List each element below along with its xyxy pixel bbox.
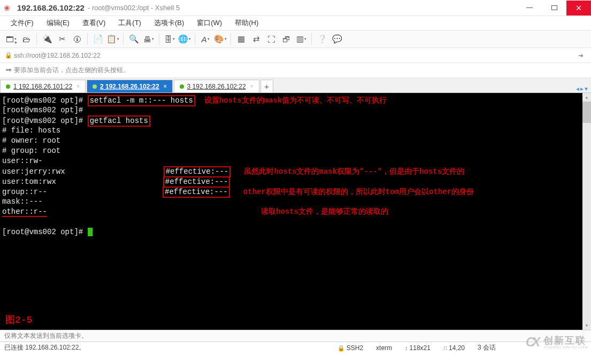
terminal[interactable]: [root@vms002 opt]# setfacl -m m::--- hos… [0, 93, 591, 330]
tab-next-icon[interactable]: ▸ [580, 85, 584, 92]
globe-button[interactable]: 🌐▾ [178, 33, 191, 45]
size-icon: ↕ [405, 345, 408, 351]
status-connection: 已连接 192.168.26.102:22。 [4, 343, 337, 352]
disconnect-button[interactable]: ✂ [55, 33, 69, 45]
terminal-line [2, 217, 591, 227]
toolbar-divider [195, 33, 195, 45]
toolbar-divider [123, 33, 124, 45]
scroll-thumb[interactable] [582, 102, 591, 123]
feedback-button[interactable]: 💬 [330, 33, 344, 45]
add-session-arrow-icon[interactable]: ⮕ [3, 66, 14, 74]
annotation-text: 设置hosts文件的mask值为不可读、不可写、不可执行 [204, 96, 387, 105]
tab-menu-icon[interactable]: ▾ [585, 85, 588, 92]
menu-tab[interactable]: 选项卡(B) [149, 17, 189, 29]
toolbar-divider [311, 33, 312, 45]
session-tab-1[interactable]: 1 192.168.26.101:22 × [0, 80, 86, 92]
hint-text: 要添加当前会话，点击左侧的箭头按钮。 [14, 66, 129, 75]
color-button[interactable]: 🎨▾ [213, 33, 227, 45]
status-ssh: 🔒SSH2 [337, 344, 363, 352]
scrollbar[interactable]: ▴ ▾ [582, 93, 591, 330]
new-session-button[interactable]: 🗔+▾ [4, 33, 18, 45]
sync-button[interactable]: 🗗 [279, 33, 293, 45]
session-tab-3[interactable]: 3 192.168.26.102:22 × [174, 80, 259, 92]
address-text[interactable]: ssh://root@192.168.26.102:22 [14, 52, 101, 59]
effective-box: #effective:--- [164, 166, 231, 177]
terminal-line: [root@vms002 opt]# setfacl -m m::--- hos… [2, 95, 591, 105]
close-tab-icon[interactable]: × [164, 83, 167, 89]
cmd-highlight: setfacl -m m::--- hosts [88, 95, 195, 106]
terminal-line: group::r--#effective:--- other权限中是有可读的权限… [2, 187, 591, 197]
scroll-down-icon[interactable]: ▾ [582, 321, 591, 330]
title-path: - root@vms002:/opt - Xshell 5 [88, 4, 180, 12]
properties-button[interactable]: 🛈 [70, 33, 84, 45]
maximize-button[interactable] [542, 1, 566, 16]
terminal-line: other::r--读取hosts文件，是能够正常的读取的 [2, 207, 591, 217]
copy-button[interactable]: 📄 [91, 33, 105, 45]
menu-view[interactable]: 查看(V) [77, 17, 111, 29]
annotation-text: other权限中是有可读的权限的，所以此时tom用户会以other的身份 [243, 188, 474, 196]
menu-file[interactable]: 文件(F) [5, 17, 39, 29]
terminal-line: mask::--- [2, 197, 591, 207]
tab-label: 3 192.168.26.102:22 [187, 83, 246, 90]
terminal-line: [root@vms002 opt]# [2, 105, 591, 115]
open-button[interactable]: 🗁 [19, 33, 33, 45]
watermark-en: CHUANG XIN HU LIAN [543, 345, 588, 349]
tab-label: 2 192.168.26.102:22 [100, 83, 159, 90]
toolbar-divider [159, 33, 159, 45]
minimize-button[interactable] [517, 1, 542, 16]
menu-bar: 文件(F) 编辑(E) 查看(V) 工具(T) 选项卡(B) 窗口(W) 帮助(… [0, 16, 591, 30]
address-bar: 🔒 ssh://root@192.168.26.102:22 ➜ [0, 48, 591, 63]
terminal-line: # group: root [2, 146, 591, 156]
menu-help[interactable]: 帮助(H) [229, 17, 264, 29]
status-dot-icon [180, 84, 184, 89]
fullscreen-button[interactable]: ⛶ [264, 33, 278, 45]
tab-nav: ◂ ▸ ▾ [573, 85, 591, 92]
watermark-logo-icon: CX [522, 333, 540, 351]
go-button[interactable]: ➜ [574, 52, 588, 59]
watermark-cn: 创新互联 [543, 336, 588, 345]
font-button[interactable]: A▾ [198, 33, 212, 45]
terminal-line: user:tom:rwx#effective:--- [2, 176, 591, 187]
effective-box: #effective:--- [163, 187, 230, 198]
lock-icon: 🔒 [3, 52, 14, 59]
lock-icon: 🔒 [337, 345, 345, 351]
figure-label: 图2-5 [5, 315, 32, 326]
scroll-up-icon[interactable]: ▴ [582, 93, 591, 102]
status-sessions: 3 会话 [478, 343, 496, 352]
watermark: CX 创新互联 CHUANG XIN HU LIAN [522, 333, 588, 351]
toolbar-divider [87, 33, 88, 45]
terminal-line: [root@vms002 opt]# getfacl hosts [2, 115, 591, 126]
title-bar: ❀ 192.168.26.102:22 - root@vms002:/opt -… [0, 0, 591, 16]
toolbar: 🗔+▾ 🗁 🔌 ✂ 🛈 📄 📋▾ 🔍 🖶▾ 🗄▾ 🌐▾ A▾ 🎨▾ ▦ ⇄ ⛶ … [0, 30, 591, 48]
send-scope-text: 仅将文本发送到当前选项卡。 [4, 331, 88, 340]
annotation-text: 虽然此时hosts文件的mask权限为"---"，但是由于hosts文件的 [244, 167, 464, 176]
menu-edit[interactable]: 编辑(E) [41, 17, 75, 29]
find-button[interactable]: 🔍 [127, 33, 141, 45]
reconnect-button[interactable]: 🔌 [40, 33, 54, 45]
toolbar-divider [36, 33, 37, 45]
menu-window[interactable]: 窗口(W) [191, 17, 227, 29]
paste-button[interactable]: 📋▾ [106, 33, 120, 45]
add-tab-button[interactable]: + [260, 80, 273, 92]
session-tab-2[interactable]: 2 192.168.26.102:22 × [87, 80, 173, 92]
close-button[interactable]: × [566, 1, 591, 16]
close-tab-icon[interactable]: × [250, 83, 254, 89]
help-button[interactable]: ❔ [315, 33, 329, 45]
tab-strip: 1 192.168.26.101:22 × 2 192.168.26.102:2… [0, 78, 591, 93]
menu-tools[interactable]: 工具(T) [113, 17, 147, 29]
cursor [88, 228, 93, 236]
status-term: xterm [376, 344, 392, 352]
cmd-highlight: getfacl hosts [88, 115, 150, 127]
tab-label: 1 192.168.26.101:22 [13, 83, 72, 90]
transfer-button[interactable]: 🗄▾ [163, 33, 176, 45]
effective-box: #effective:--- [163, 176, 231, 188]
transfer2-button[interactable]: ⇄ [249, 33, 263, 45]
toolbar-divider [231, 33, 231, 45]
terminal-line: [root@vms002 opt]# [2, 227, 591, 237]
columns-button[interactable]: ▥▾ [294, 33, 308, 45]
grid-button[interactable]: ▦ [234, 33, 248, 45]
close-tab-icon[interactable]: × [76, 83, 80, 89]
tab-prev-icon[interactable]: ◂ [576, 85, 579, 92]
status-dot-icon [93, 84, 97, 89]
print-button[interactable]: 🖶▾ [142, 33, 156, 45]
